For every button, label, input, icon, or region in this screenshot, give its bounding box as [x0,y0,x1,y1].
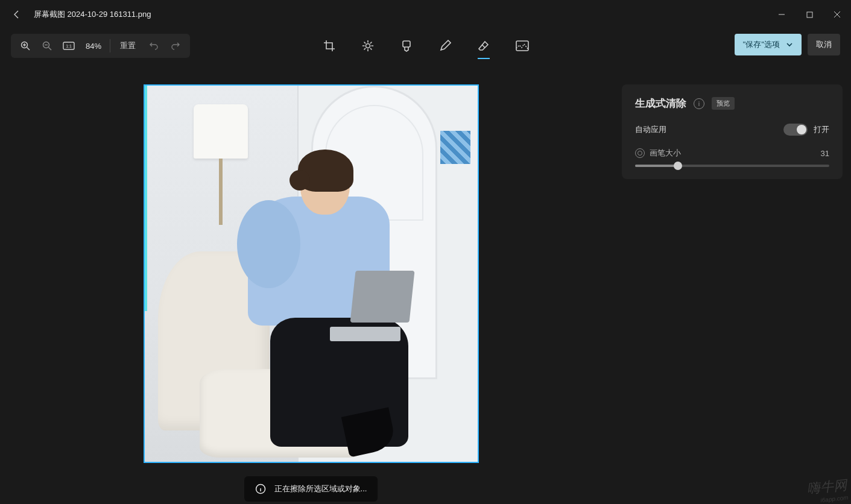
undo-button[interactable] [143,35,165,57]
auto-apply-state: 打开 [814,124,829,135]
markup-tool[interactable] [433,34,457,58]
info-icon[interactable]: i [694,98,704,109]
minimize-button[interactable] [768,0,796,29]
save-options-label: "保存"选项 [743,39,780,50]
redo-button[interactable] [165,35,186,57]
window-controls [768,0,851,29]
svg-line-5 [27,48,30,51]
auto-apply-label: 自动应用 [635,124,666,135]
zoom-in-icon [20,40,31,51]
file-name: 屏幕截图 2024-10-29 161311.png [34,9,151,20]
action-buttons: "保存"选项 取消 [735,34,840,55]
reset-button[interactable]: 重置 [113,35,143,57]
separator [110,39,110,52]
toast-message: 正在擦除所选区域或对象... [274,484,367,494]
background-icon [516,40,529,51]
erase-tool[interactable] [472,34,496,58]
svg-line-20 [364,48,365,49]
zoom-group: 1:1 84% 重置 [11,34,190,58]
panel-title: 生成式清除 [635,96,686,110]
close-button[interactable] [823,0,851,29]
image-canvas[interactable] [144,84,479,463]
brightness-icon [362,40,374,52]
zoom-out-icon [42,40,52,51]
svg-rect-22 [403,41,410,47]
brush-size-value: 31 [821,149,829,158]
title-bar: 屏幕截图 2024-10-29 161311.png [0,0,851,29]
auto-apply-toggle[interactable] [783,124,808,136]
cancel-button[interactable]: 取消 [808,34,840,55]
arrow-left-icon [12,10,22,19]
target-icon [635,148,645,158]
save-options-button[interactable]: "保存"选项 [735,34,802,55]
main-area: 正在擦除所选区域或对象... 生成式清除 i 预览 自动应用 打开 画笔大小 3… [0,66,851,504]
undo-icon [149,41,159,51]
svg-point-13 [365,44,370,48]
fit-icon: 1:1 [63,42,75,50]
minimize-icon [778,11,785,18]
image-content [145,86,478,462]
info-icon [255,484,266,494]
status-toast: 正在擦除所选区域或对象... [244,476,378,502]
eraser-icon [478,40,490,52]
svg-line-19 [370,48,372,49]
back-button[interactable] [7,5,27,24]
maximize-icon [806,11,813,18]
svg-line-18 [364,42,365,43]
filter-icon [401,40,412,52]
side-panel: 生成式清除 i 预览 自动应用 打开 画笔大小 31 [622,84,843,179]
svg-line-9 [49,48,52,51]
edit-tools [317,29,534,63]
pen-icon [439,40,451,52]
background-tool[interactable] [510,34,534,58]
crop-tool[interactable] [317,34,341,58]
adjust-tool[interactable] [356,34,380,58]
svg-line-23 [482,45,485,48]
brush-size-slider[interactable] [635,165,829,167]
crop-icon [323,40,335,52]
chevron-down-icon [786,41,793,48]
svg-rect-1 [807,12,812,17]
close-icon [834,11,841,18]
maximize-button[interactable] [796,0,823,29]
zoom-percent[interactable]: 84% [80,42,107,51]
zoom-out-button[interactable] [36,35,58,57]
brush-size-label: 画笔大小 [650,148,681,159]
filter-tool[interactable] [394,34,419,58]
svg-text:1:1: 1:1 [66,44,72,48]
canvas-wrap: 正在擦除所选区域或对象... [0,66,622,504]
fit-to-screen-button[interactable]: 1:1 [58,35,80,57]
svg-line-21 [370,42,372,43]
zoom-in-button[interactable] [14,35,36,57]
redo-icon [171,41,180,51]
preview-badge: 预览 [712,97,735,110]
